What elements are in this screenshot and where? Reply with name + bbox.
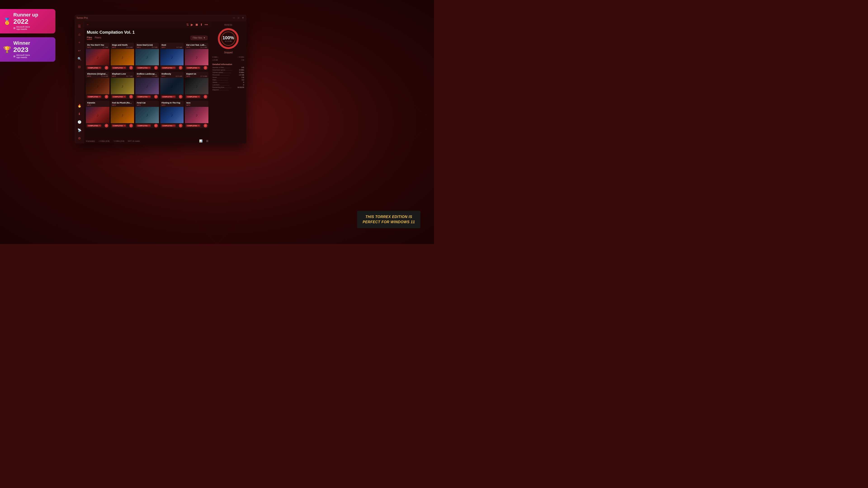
status-text: COMPLETED: [187, 125, 197, 127]
file-card[interactable]: Done Deal (Live) MP3 8.9 MB ♪ COMPLETED …: [135, 43, 159, 70]
tabs-row: Files Peers Filter files ▼: [87, 36, 208, 40]
file-card[interactable]: Endless Landscapes (Navarnaiku002) MP3 7…: [135, 72, 159, 99]
tab-peers[interactable]: Peers: [95, 36, 101, 40]
status-badge: COMPLETED ✕: [136, 96, 151, 98]
detail-key: Ratio........................: [213, 79, 228, 81]
file-card[interactable]: Feral Cat MP3 ♪ COMPLETED ✕ ✓: [135, 101, 159, 128]
badge-close-icon: ✕: [198, 125, 199, 127]
content-header: Music Compilation Vol. 1 Files Peers Fil…: [84, 28, 210, 41]
file-type: MP3: [186, 75, 190, 77]
tab-files[interactable]: Files: [87, 36, 92, 40]
file-card[interactable]: Elephant Love MP3 14.7 MB ♪ COMPLETED ✕ …: [111, 72, 134, 99]
sidebar-rss-icon[interactable]: 📡: [76, 127, 83, 133]
detail-val: 0.0: [242, 79, 244, 81]
file-type: MP3: [112, 46, 116, 48]
sidebar-history-icon[interactable]: 🕐: [76, 119, 83, 125]
progress-center: 100% of 1.5 GB: [217, 27, 240, 50]
detail-val: 0: [243, 81, 244, 84]
status-text: COMPLETED: [138, 67, 148, 69]
sidebar-fire-icon[interactable]: 🔥: [76, 102, 83, 109]
badge-close-icon: ✕: [148, 67, 150, 69]
file-name: Endless Landscapes (Navarnaiku002): [137, 73, 158, 75]
file-size: 8.9 MB: [152, 46, 157, 48]
file-card[interactable]: Feel da Phunk (Radio Edit) MP3 ♪ COMPLET…: [111, 101, 134, 128]
status-badge: COMPLETED ✕: [87, 96, 101, 98]
detail-key: Received.....................: [213, 74, 229, 76]
status-text: COMPLETED: [138, 96, 148, 98]
file-card[interactable]: Expect Us MP3 17.3 MB ♪ COMPLETED ✕ ✓: [185, 72, 209, 99]
more-icon[interactable]: •••: [205, 23, 208, 26]
status-badge: COMPLETED ✕: [112, 96, 126, 98]
file-type: MP3: [162, 104, 165, 106]
detail-header: Detailed Information: [213, 63, 244, 66]
sidebar-home-icon[interactable]: ⌂: [76, 31, 83, 38]
file-card[interactable]: Dogs and Hoofs MP3 10.6 MB ♪ COMPLETED ✕…: [111, 43, 134, 70]
file-card[interactable]: Eat Live! feat. Laibach MP3 11.1 MB ♪ CO…: [185, 43, 209, 70]
status-up-speed: ↑ 0 KB/s (0 B): [113, 140, 124, 142]
file-card-footer: COMPLETED ✕ ✓: [111, 123, 134, 128]
award-winner-icon: 🏆: [3, 46, 11, 53]
file-card[interactable]: Fleeting In The Fog MP3 ♪ COMPLETED ✕ ✓: [160, 101, 184, 128]
file-thumbnail: ♪: [86, 49, 110, 65]
file-card[interactable]: Faremin MP3 ♪ COMPLETED ✕ ✓: [86, 101, 110, 128]
sidebar-add-icon[interactable]: ＋: [76, 39, 83, 46]
award-runner-up-year: 2022: [13, 18, 38, 25]
status-text: COMPLETED: [113, 67, 123, 69]
stop-icon[interactable]: ⏹: [195, 23, 198, 26]
file-thumbnail: ♪: [135, 78, 159, 94]
file-thumbnail: ♪: [135, 49, 159, 65]
right-panel: 03:42:21 100% of 1.5 GB Stopped 0: [210, 21, 246, 143]
title-bar: Torrex Pro — □ ✕: [74, 15, 246, 21]
badge-close-icon: ✕: [198, 67, 199, 69]
file-type: MP3: [87, 46, 91, 48]
sidebar-settings-icon[interactable]: ⚙: [76, 135, 83, 142]
check-icon: ✓: [179, 124, 182, 127]
given-val: 0 B: [242, 59, 244, 61]
chart-icon[interactable]: 📊: [199, 139, 203, 142]
minimize-button[interactable]: —: [232, 16, 236, 20]
sort-icon[interactable]: ⇅: [186, 23, 189, 26]
detail-key: Given........................: [213, 76, 228, 78]
down-speed-val: 0 KB/s ↓: [213, 56, 219, 58]
detail-row: Seeds........................ 0: [213, 81, 244, 84]
top-bar-actions: ⇅ ▶ ⏹ ⬆ •••: [186, 23, 208, 26]
detail-key: Leechers.....................: [213, 84, 229, 86]
sidebar-menu-icon[interactable]: ☰: [76, 23, 83, 30]
progress-size: of 1.5 GB: [225, 40, 232, 42]
file-card[interactable]: Do You Don't You MP3 17 MB ♪ COMPLETED ✕…: [86, 43, 110, 70]
sidebar-back-icon[interactable]: ↩: [76, 47, 83, 54]
file-thumbnail: ♪: [185, 78, 209, 94]
grid-icon[interactable]: ⊞: [206, 139, 209, 142]
file-card[interactable]: Endlessly MP3 10.5 MB ♪ COMPLETED ✕ ✓: [160, 72, 184, 99]
file-card[interactable]: Dust MP3 8.7 MB ♪ COMPLETED ✕ ✓: [160, 43, 184, 70]
detail-val: 145: [241, 66, 244, 68]
filter-arrow-icon: ▼: [203, 37, 206, 39]
file-card[interactable]: Electrons (Original Mix) MP3 17.6 MB ♪ C…: [86, 72, 110, 99]
svg-line-12: [344, 45, 434, 122]
sidebar-filter-icon[interactable]: ⊟: [76, 64, 83, 70]
award-winner-year: 2023: [13, 46, 30, 54]
play-icon[interactable]: ▶: [191, 23, 193, 26]
file-card-footer: COMPLETED ✕ ✓: [160, 123, 184, 128]
back-button[interactable]: ←: [86, 23, 90, 26]
file-card[interactable]: Isco MP3 ♪ COMPLETED ✕ ✓: [185, 101, 209, 128]
file-card-header: Eat Live! feat. Laibach MP3 11.1 MB: [185, 43, 209, 49]
file-type: MP3: [112, 104, 116, 106]
maximize-button[interactable]: □: [237, 16, 240, 20]
filter-bar[interactable]: Filter files ▼: [191, 36, 208, 40]
sidebar-download-icon[interactable]: ⬇: [76, 110, 83, 117]
award-winner-store-label: Microsoft Store App Awards: [16, 54, 30, 59]
sidebar-search-icon[interactable]: 🔍: [76, 55, 83, 62]
share-icon[interactable]: ⬆: [200, 23, 203, 26]
award-runner-up-store-label: Microsoft Store App Awards: [16, 26, 30, 30]
badge-close-icon: ✕: [173, 67, 175, 69]
file-name: Fleeting In The Fog: [162, 102, 182, 104]
file-size: 11.1 MB: [200, 46, 207, 48]
close-button[interactable]: ✕: [241, 16, 245, 20]
status-text: COMPLETED: [187, 96, 197, 98]
file-card-header: Endlessly MP3 10.5 MB: [160, 72, 184, 78]
file-card-header: Done Deal (Live) MP3 8.9 MB: [135, 43, 159, 49]
file-meta: MP3 8.9 MB: [137, 46, 158, 48]
award-runner-up-label: Runner up: [13, 12, 38, 18]
detail-key: Number of files..............: [213, 66, 230, 68]
